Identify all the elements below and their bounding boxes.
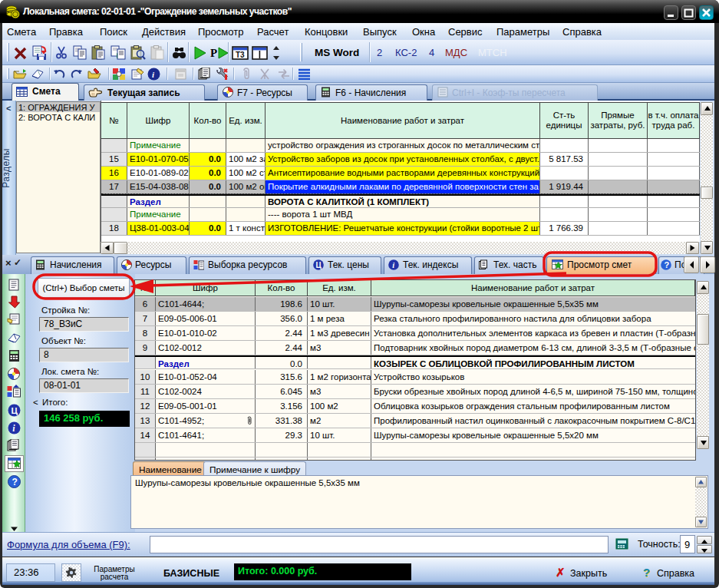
svg-text:Ц: Ц — [316, 261, 322, 269]
svg-text:P: P — [210, 47, 217, 59]
svg-text:i: i — [392, 261, 394, 269]
svg-text:?: ? — [12, 477, 18, 487]
svg-text:?: ? — [665, 260, 670, 269]
svg-text:T3: T3 — [236, 51, 245, 59]
svg-text:Ц: Ц — [12, 406, 18, 415]
